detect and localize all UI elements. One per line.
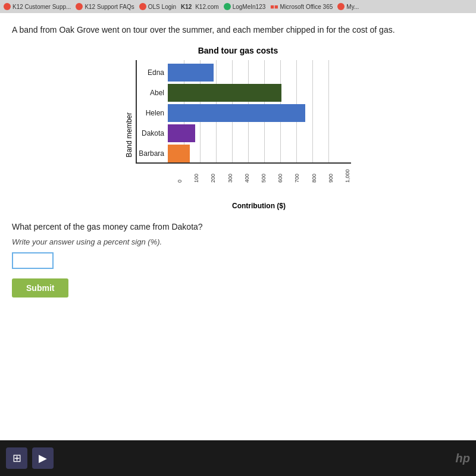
- taskbar-browser-icon[interactable]: ▶: [32, 447, 54, 469]
- tab-ols-login[interactable]: OLS Login: [139, 3, 176, 10]
- x-tick: 500: [250, 165, 267, 183]
- bar-label: Dakota: [137, 129, 168, 137]
- tab-logmein[interactable]: LogMeIn123: [224, 3, 266, 10]
- tab-k12-com[interactable]: K12 K12.com: [181, 4, 219, 10]
- x-tick: 800: [301, 165, 318, 183]
- chart-container: Band tour gas costs Band member EdnaAbel…: [125, 46, 351, 210]
- bar-track: [168, 124, 351, 142]
- chart-inner: Band member EdnaAbelHelenDakotaBarbara 0…: [125, 60, 351, 210]
- bar-row: Dakota: [137, 124, 351, 142]
- bar-fill: [168, 104, 305, 122]
- tab-office365[interactable]: ■■ Microsoft Office 365: [270, 3, 333, 10]
- hp-logo: hp: [456, 452, 470, 465]
- bar-track: [168, 84, 351, 102]
- browser-tab-bar: K12 Customer Supp... K12 Support FAQs OL…: [0, 0, 476, 13]
- bar-track: [168, 145, 351, 162]
- problem-text: A band from Oak Grove went on tour over …: [12, 24, 464, 36]
- chart-body: EdnaAbelHelenDakotaBarbara 0100200300400…: [136, 60, 351, 210]
- bar-track: [168, 64, 351, 82]
- taskbar-windows-icon[interactable]: ⊞: [6, 447, 27, 469]
- x-tick: 1,000: [334, 165, 351, 183]
- tab-my[interactable]: My...: [337, 3, 359, 10]
- x-tick: 0: [167, 165, 183, 183]
- bar-row: Barbara: [137, 145, 351, 162]
- x-tick: 100: [183, 165, 200, 183]
- bars-wrapper: EdnaAbelHelenDakotaBarbara: [136, 60, 351, 164]
- x-tick: 200: [200, 165, 217, 183]
- bar-fill: [168, 124, 195, 142]
- x-tick: 300: [217, 165, 234, 183]
- bar-row: Abel: [137, 84, 351, 102]
- bar-fill: [168, 145, 190, 162]
- answer-input[interactable]: [12, 252, 54, 269]
- bar-row: Edna: [137, 64, 351, 82]
- y-axis-label: Band member: [125, 112, 133, 157]
- bar-fill: [168, 64, 214, 82]
- x-tick: 900: [318, 165, 334, 183]
- submit-button[interactable]: Submit: [12, 278, 68, 298]
- x-tick: 600: [267, 165, 284, 183]
- bar-label: Abel: [137, 89, 168, 97]
- bar-label: Edna: [137, 68, 168, 77]
- bar-row: Helen: [137, 104, 351, 122]
- x-tick: 400: [234, 165, 250, 183]
- content-area: A band from Oak Grove went on tour over …: [0, 13, 476, 440]
- bars-area: EdnaAbelHelenDakotaBarbara: [136, 60, 351, 164]
- question-text: What percent of the gas money came from …: [12, 222, 464, 231]
- bar-label: Helen: [137, 109, 168, 117]
- x-axis-label: Contribution ($): [167, 202, 351, 210]
- taskbar: ⊞ ▶ hp: [0, 440, 476, 476]
- tab-k12-faq[interactable]: K12 Support FAQs: [76, 3, 134, 10]
- x-tick: 700: [284, 165, 300, 183]
- chart-title: Band tour gas costs: [125, 46, 351, 55]
- bar-label: Barbara: [137, 149, 168, 158]
- bar-track: [168, 104, 351, 122]
- tab-k12-support[interactable]: K12 Customer Supp...: [4, 3, 71, 10]
- x-axis: 01002003004005006007008009001,000: [167, 164, 351, 183]
- instruction-text: Write your answer using a percent sign (…: [12, 237, 464, 246]
- bar-fill: [168, 84, 281, 102]
